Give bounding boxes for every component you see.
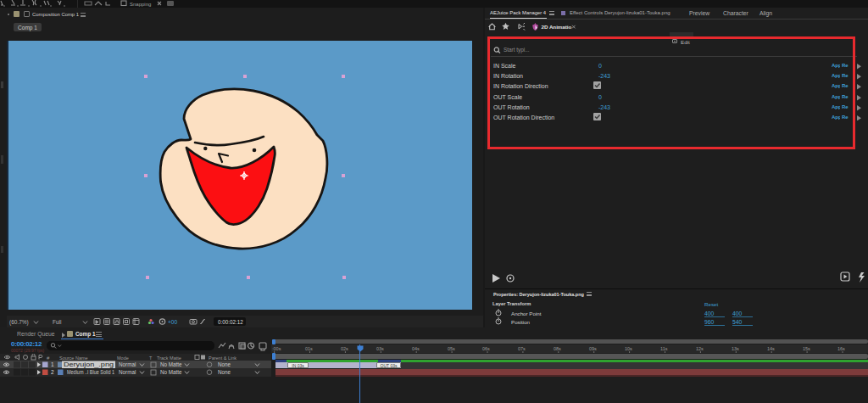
svg-text:01s: 01s	[305, 346, 313, 351]
svg-text:Normal: Normal	[119, 361, 136, 367]
svg-text:Deryujon_.png: Deryujon_.png	[64, 361, 114, 368]
svg-text:2: 2	[51, 369, 54, 375]
svg-text:+00: +00	[168, 319, 177, 325]
svg-text:04s: 04s	[412, 346, 420, 351]
svg-text:Source Name: Source Name	[59, 355, 88, 360]
svg-text:09s: 09s	[589, 346, 597, 351]
svg-text:07s: 07s	[518, 346, 526, 351]
svg-text:08s: 08s	[554, 346, 561, 351]
svg-text:Medium ..l Blue Solid 1: Medium ..l Blue Solid 1	[67, 369, 114, 375]
svg-text:Parent & Link: Parent & Link	[209, 355, 236, 360]
svg-text:2D Animatio: 2D Animatio	[542, 24, 572, 30]
svg-text:12s: 12s	[696, 346, 704, 351]
svg-text:#: #	[47, 355, 50, 360]
svg-text:No Matte: No Matte	[160, 369, 182, 375]
svg-text:02s: 02s	[341, 346, 348, 351]
svg-text:14s: 14s	[767, 346, 775, 351]
svg-text:10s: 10s	[625, 346, 632, 351]
svg-text::00s: :00s	[272, 346, 281, 351]
svg-text:05s: 05s	[448, 346, 455, 351]
svg-text:13s: 13s	[732, 346, 739, 351]
svg-text:Track Matte: Track Matte	[157, 355, 181, 360]
svg-text:1: 1	[51, 361, 54, 367]
svg-text:0:00:02:12: 0:00:02:12	[218, 319, 243, 325]
svg-text:Mode: Mode	[117, 355, 129, 360]
svg-text:T: T	[149, 355, 153, 360]
svg-text:Full: Full	[53, 319, 62, 325]
svg-text:03s: 03s	[376, 346, 384, 351]
svg-text:None: None	[218, 369, 231, 375]
svg-text:None: None	[218, 361, 231, 367]
svg-text:Normal: Normal	[119, 369, 136, 375]
svg-text:(60.7%): (60.7%)	[9, 319, 29, 326]
svg-text:11s: 11s	[660, 346, 668, 351]
svg-text:No Matte: No Matte	[160, 361, 182, 367]
svg-text:15s: 15s	[803, 346, 810, 351]
svg-text:Snapping: Snapping	[130, 2, 151, 7]
svg-text:06s: 06s	[482, 346, 490, 351]
svg-text:16s: 16s	[837, 346, 845, 351]
